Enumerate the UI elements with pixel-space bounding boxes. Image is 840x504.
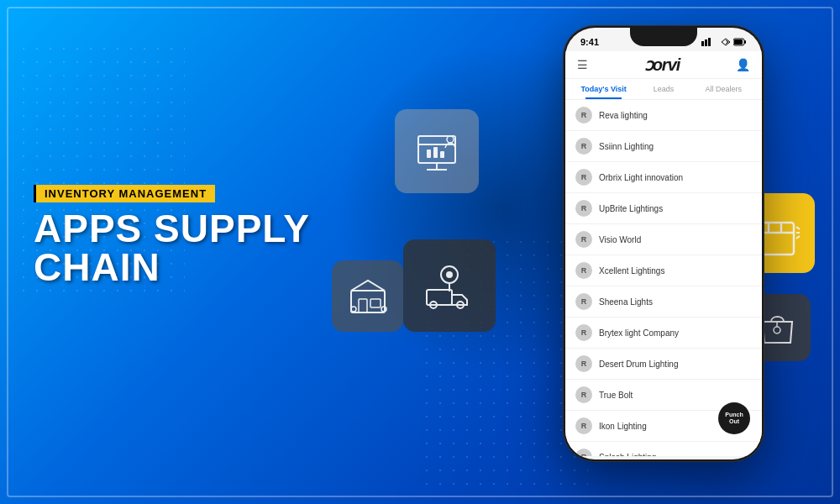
dealer-avatar: R — [575, 355, 592, 372]
dealer-item[interactable]: R Orbrix Light innovation — [565, 162, 762, 193]
left-text-section: INVENTORY MANAGEMENT APPS SUPPLY CHAIN — [34, 185, 310, 286]
app-header: ☰ ɔorvi 👤 — [565, 51, 762, 79]
svg-rect-6 — [440, 151, 444, 158]
svg-rect-30 — [708, 38, 711, 46]
truck-card — [403, 239, 496, 332]
dealer-avatar: R — [575, 107, 592, 123]
phone-notch — [630, 28, 697, 46]
dealer-item[interactable]: R UpBrite Lightings — [565, 193, 762, 224]
dealer-name: UpBrite Lightings — [599, 204, 663, 213]
svg-rect-33 — [734, 39, 743, 45]
profile-icon[interactable]: 👤 — [736, 58, 750, 71]
svg-rect-28 — [701, 41, 704, 46]
dealer-name: Desert Drum Lighting — [599, 360, 678, 369]
dealer-item[interactable]: R Sheena Lights — [565, 286, 762, 318]
svg-point-26 — [774, 327, 780, 333]
svg-rect-9 — [359, 299, 367, 312]
dealer-item[interactable]: R Xcellent Lightings — [565, 255, 762, 286]
svg-rect-32 — [744, 40, 746, 44]
dealer-name: Sheena Lights — [599, 297, 653, 307]
dealer-name: Ikon Lighting — [599, 422, 647, 431]
dealer-avatar: R — [575, 324, 592, 341]
menu-icon[interactable]: ☰ — [577, 58, 588, 71]
svg-point-14 — [446, 271, 453, 278]
dealer-item[interactable]: R Splash Lighting — [565, 442, 762, 456]
app-tab-bar: Today's Visit Leads All Dealers — [565, 79, 762, 100]
title-line1: APPS SUPPLY — [34, 207, 310, 250]
title-line2: CHAIN — [34, 245, 160, 289]
dealer-avatar: R — [575, 138, 592, 155]
dealer-item[interactable]: R Desert Drum Lighting — [565, 349, 762, 380]
status-time: 9:41 — [580, 37, 599, 47]
phone-mockup: 9:41 — [563, 25, 764, 479]
status-icons — [701, 38, 747, 46]
main-title: APPS SUPPLY CHAIN — [34, 209, 310, 286]
dealer-name: Brytex light Company — [599, 328, 679, 338]
dealer-avatar: R — [575, 169, 592, 186]
svg-rect-10 — [370, 299, 381, 307]
dealer-avatar: R — [575, 417, 592, 434]
svg-rect-5 — [433, 147, 438, 158]
dealer-name: Orbrix Light innovation — [599, 173, 683, 182]
dealer-item[interactable]: R Visio World — [565, 224, 762, 255]
dealer-avatar: R — [575, 449, 592, 456]
tab-leads[interactable]: Leads — [633, 79, 693, 99]
dealer-name: Reva lighting — [599, 111, 648, 120]
app-logo: ɔorvi — [644, 55, 680, 75]
tab-all-dealers[interactable]: All Dealers — [694, 79, 753, 99]
dealer-name: Xcellent Lightings — [599, 266, 664, 276]
dealer-item[interactable]: R Reva lighting — [565, 100, 762, 131]
dealer-item[interactable]: R Ssiinn Lighting — [565, 131, 762, 162]
dealer-name: Visio World — [599, 235, 641, 244]
dealer-item[interactable]: R Brytex light Company — [565, 318, 762, 349]
dealer-avatar: R — [575, 293, 592, 310]
dealer-name: Splash Lighting — [599, 453, 656, 457]
analyst-card — [395, 109, 479, 193]
dealer-avatar: R — [575, 231, 592, 248]
warehouse-card — [332, 260, 403, 332]
dealer-name: Ssiinn Lighting — [599, 142, 654, 151]
tab-todays-visit[interactable]: Today's Visit — [574, 79, 633, 99]
svg-line-25 — [796, 236, 800, 239]
svg-line-23 — [796, 227, 800, 229]
badge-label: INVENTORY MANAGEMENT — [34, 185, 215, 202]
dealer-name: True Bolt — [599, 391, 633, 400]
punch-out-button[interactable]: PunchOut — [718, 402, 750, 434]
dealer-avatar: R — [575, 200, 592, 217]
dealer-avatar: R — [575, 386, 592, 403]
svg-rect-4 — [427, 150, 431, 158]
svg-point-7 — [447, 136, 454, 143]
dealer-avatar: R — [575, 262, 592, 279]
svg-rect-29 — [705, 39, 707, 46]
